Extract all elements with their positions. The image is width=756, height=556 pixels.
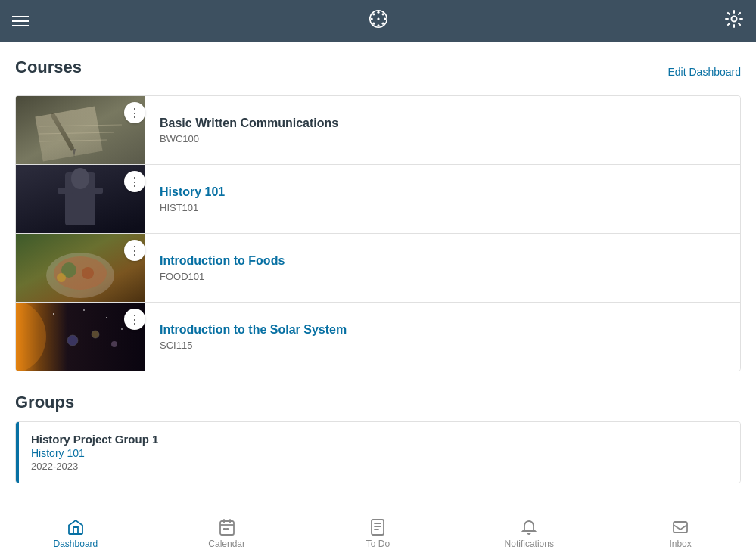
courses-list: ⋮ Basic Written Communications BWC100 (15, 95, 741, 371)
svg-point-7 (381, 23, 384, 25)
course-more-button[interactable]: ⋮ (124, 102, 145, 123)
svg-point-9 (372, 23, 375, 25)
svg-point-33 (92, 331, 99, 338)
svg-point-3 (377, 24, 379, 26)
nav-label-notifications: Notifications (505, 539, 554, 549)
course-more-button[interactable]: ⋮ (124, 309, 145, 330)
bottom-nav: Dashboard Calendar To Do Notifications (0, 511, 756, 556)
nav-label-calendar: Calendar (208, 539, 245, 549)
nav-item-dashboard[interactable]: Dashboard (0, 512, 151, 555)
svg-rect-41 (223, 528, 226, 530)
calendar-icon (218, 518, 236, 536)
dashboard-icon (67, 518, 85, 536)
course-code: SCI115 (160, 340, 347, 351)
courses-section-header: Courses Edit Dashboard (15, 57, 741, 86)
svg-point-21 (71, 168, 89, 189)
course-name[interactable]: Introduction to Foods (160, 254, 285, 268)
main-content: Courses Edit Dashboard (0, 42, 756, 511)
svg-rect-22 (58, 188, 73, 194)
svg-point-4 (370, 17, 372, 20)
nav-label-dashboard: Dashboard (54, 539, 98, 549)
settings-icon[interactable] (724, 9, 744, 33)
svg-rect-44 (674, 522, 687, 533)
course-item: ⋮ Basic Written Communications BWC100 (16, 96, 740, 165)
todo-icon (369, 518, 387, 536)
course-more-button[interactable]: ⋮ (124, 240, 145, 261)
course-code: FOOD101 (160, 271, 285, 282)
courses-title: Courses (15, 57, 82, 77)
svg-point-10 (732, 17, 737, 22)
course-item: ⋮ Introduction to the Solar System SCI11… (16, 303, 740, 371)
group-name: History Project Group 1 (31, 433, 158, 446)
svg-point-29 (57, 273, 66, 282)
groups-title: Groups (15, 393, 741, 412)
svg-point-8 (381, 13, 384, 15)
svg-rect-16 (50, 113, 75, 151)
course-item: ⋮ History 101 HIST101 (16, 165, 740, 234)
groups-list: History Project Group 1 History 101 2022… (15, 421, 741, 483)
course-more-button[interactable]: ⋮ (124, 171, 145, 192)
course-code: BWC100 (160, 133, 338, 144)
svg-point-34 (111, 341, 117, 347)
group-item: History Project Group 1 History 101 2022… (16, 422, 740, 483)
course-code: HIST101 (160, 202, 225, 213)
app-header (0, 0, 756, 42)
menu-icon[interactable] (12, 16, 29, 26)
course-name: Basic Written Communications (160, 116, 338, 130)
svg-point-39 (121, 328, 123, 330)
svg-rect-23 (88, 188, 103, 194)
bell-icon (520, 518, 538, 536)
nav-label-todo: To Do (366, 539, 390, 549)
nav-item-inbox[interactable]: Inbox (605, 512, 756, 555)
svg-point-1 (377, 17, 379, 20)
svg-point-37 (106, 317, 107, 318)
inbox-icon (671, 518, 689, 536)
nav-item-calendar[interactable]: Calendar (151, 512, 303, 555)
svg-rect-42 (226, 528, 229, 530)
course-info: History 101 HIST101 (145, 165, 240, 233)
course-info: Basic Written Communications BWC100 (145, 96, 353, 164)
svg-point-6 (372, 13, 375, 15)
course-info: Introduction to the Solar System SCI115 (145, 303, 362, 371)
svg-point-36 (83, 309, 85, 311)
svg-marker-17 (73, 149, 76, 157)
svg-point-28 (82, 267, 94, 279)
svg-rect-43 (372, 520, 384, 535)
course-item: ⋮ Introduction to Foods FOOD101 (16, 234, 740, 303)
group-year: 2022-2023 (31, 461, 158, 472)
course-name[interactable]: Introduction to the Solar System (160, 323, 347, 337)
course-name[interactable]: History 101 (160, 185, 225, 199)
svg-point-32 (67, 335, 78, 346)
canvas-logo (366, 7, 390, 36)
svg-point-5 (384, 17, 386, 20)
svg-point-35 (53, 313, 54, 315)
edit-dashboard-link[interactable]: Edit Dashboard (667, 66, 741, 78)
group-info: History Project Group 1 History 101 2022… (19, 422, 170, 483)
svg-point-26 (54, 256, 107, 290)
svg-point-2 (377, 11, 379, 14)
svg-line-15 (39, 140, 107, 141)
nav-item-notifications[interactable]: Notifications (453, 512, 605, 555)
nav-item-todo[interactable]: To Do (303, 512, 454, 555)
nav-label-inbox: Inbox (669, 539, 691, 549)
course-info: Introduction to Foods FOOD101 (145, 234, 300, 302)
group-course-link[interactable]: History 101 (31, 447, 158, 459)
